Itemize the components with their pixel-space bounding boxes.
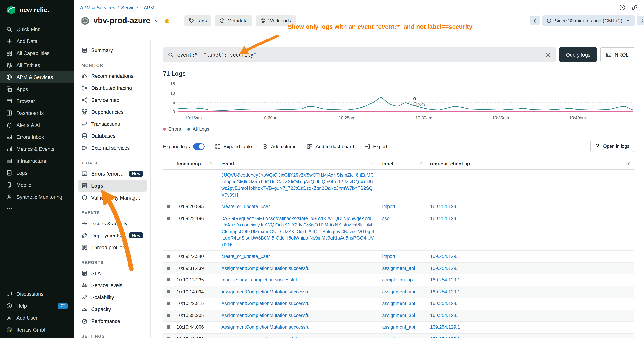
log-label-link[interactable]: import [378, 253, 426, 260]
sidebar-item-alerts-ai[interactable]: Alerts & AI [0, 119, 74, 131]
sidebar-item-iterativ-gmbh[interactable]: Iterativ GmbH [0, 324, 74, 336]
subnav-item-dependencies[interactable]: Dependencies [78, 106, 146, 118]
log-row[interactable]: 10:10:13.235mark_course_completion succe… [163, 274, 634, 286]
log-event-link[interactable]: <ASGIRequest: GET '/sso/callback/?state=… [218, 215, 378, 248]
log-row[interactable]: 10:09:20.895create_or_update_userimport1… [163, 201, 634, 213]
remove-column-icon[interactable] [210, 162, 214, 166]
subnav-item-vulnerability-management[interactable]: Vulnerability Management [78, 192, 146, 204]
log-client-ip-link[interactable]: 169.254.129.1 [426, 324, 634, 331]
add-to-dashboard-button[interactable]: Add to dashboard [307, 144, 354, 149]
log-client-ip-link[interactable]: 169.254.129.1 [426, 265, 634, 272]
row-expander[interactable] [163, 289, 173, 293]
log-label-link[interactable]: completion_api [378, 277, 426, 283]
subnav-item-scalability[interactable]: Scalability [78, 291, 146, 303]
subnav-item-service-levels[interactable]: Service levels [78, 279, 146, 291]
log-client-ip-link[interactable]: 169.254.129.1 [426, 336, 634, 338]
chart-options-dots-icon[interactable] [628, 71, 634, 77]
sidebar-item-apps[interactable]: Apps [0, 83, 74, 95]
subnav-item-issues-activity[interactable]: Issues & activity [78, 217, 146, 229]
sidebar-item-metrics-events[interactable]: Metrics & Events [0, 143, 74, 155]
log-event-link[interactable]: AssignmentCompletionMutation successful [218, 289, 378, 295]
log-event-link[interactable]: AssignmentCompletionMutation successful [218, 324, 378, 331]
subnav-item-sla[interactable]: SLA [78, 267, 146, 279]
subnav-item-capacity[interactable]: Capacity [78, 303, 146, 315]
log-event-link[interactable]: JUQVU&code=eyJraWQiOiJjcGltY29yZV8wOTl1M… [218, 172, 378, 198]
sidebar-item-all-entities[interactable]: All Entities [0, 59, 74, 71]
sidebar-item-mobile[interactable]: Mobile [0, 179, 74, 191]
export-button[interactable]: Export [365, 144, 387, 149]
row-expander[interactable] [163, 204, 173, 208]
time-picker[interactable]: Since 30 minutes ago (GMT+2) [542, 15, 635, 26]
row-expander[interactable] [163, 324, 173, 329]
clear-query-icon[interactable] [545, 52, 551, 58]
log-label-link[interactable]: assignment_api [378, 265, 426, 272]
sidebar-item-dashboards[interactable]: Dashboards [0, 107, 74, 119]
subnav-item-summary[interactable]: Summary [78, 44, 146, 56]
row-expander[interactable] [163, 300, 173, 305]
log-label-link[interactable]: assignment_api [378, 289, 426, 295]
log-row[interactable]: 10:10:49.051mark_course_completion succe… [163, 333, 634, 338]
tags-chip-button[interactable]: Tags [184, 15, 211, 26]
breadcrumb-link-services-apm[interactable]: Services - APM [121, 5, 154, 10]
log-client-ip-link[interactable]: 169.254.129.1 [426, 312, 634, 319]
log-row[interactable]: 10:09:22.540create_or_update_userimport1… [163, 251, 634, 263]
sidebar-item-errors-inbox[interactable]: Errors Inbox [0, 131, 74, 143]
log-event-link[interactable]: create_or_update_user [218, 253, 378, 260]
sidebar-item-help[interactable]: Help70 [0, 300, 74, 312]
log-event-link[interactable]: mark_course_completion successful [218, 336, 378, 338]
sidebar-item-infrastructure[interactable]: Infrastructure [0, 155, 74, 167]
favorite-star-icon[interactable] [163, 17, 170, 24]
row-expander[interactable] [163, 172, 173, 173]
subnav-item-errors-errors-inb[interactable]: Errors (errors inb...New [78, 168, 146, 180]
log-row[interactable]: 10:10:44.066AssignmentCompletionMutation… [163, 321, 634, 333]
log-event-link[interactable]: AssignmentCompletionMutation successful [218, 312, 378, 319]
subnav-item-transactions[interactable]: Transactions [78, 118, 146, 130]
log-row[interactable]: 10:10:14.094AssignmentCompletionMutation… [163, 286, 634, 298]
subnav-item-distributed-tracing[interactable]: Distributed tracing [78, 82, 146, 94]
log-label-link[interactable]: completion_api [378, 336, 426, 338]
subnav-item-external-services[interactable]: External services [78, 142, 146, 154]
log-label-link[interactable]: assignment_api [378, 324, 426, 331]
row-expander[interactable] [163, 336, 173, 338]
remove-column-icon[interactable] [418, 162, 422, 166]
row-expander[interactable] [163, 215, 173, 220]
log-row[interactable]: 10:09:22.196<ASGIRequest: GET '/sso/call… [163, 213, 634, 251]
legend-item-all-logs[interactable]: All Logs [187, 127, 209, 132]
row-expander[interactable] [163, 277, 173, 281]
sidebar-item-browser[interactable]: Browser [0, 95, 74, 107]
log-query-input[interactable]: event:* -"label":"security" [163, 47, 556, 62]
subnav-item-logs[interactable]: Logs [78, 180, 146, 192]
log-label-link[interactable]: sso [378, 215, 426, 222]
log-row[interactable]: 10:10:23.815AssignmentCompletionMutation… [163, 298, 634, 310]
nrql-button[interactable]: NRQL [600, 47, 634, 62]
expand-table-button[interactable]: Expand table [215, 144, 252, 149]
log-event-link[interactable]: AssignmentCompletionMutation successful [218, 265, 378, 272]
open-in-logs-button[interactable]: Open in logs [590, 141, 634, 152]
time-forward-chevron-icon[interactable] [637, 16, 644, 26]
time-back-chevron-icon[interactable] [530, 16, 540, 26]
sidebar-item-logs[interactable]: Logs [0, 167, 74, 179]
subnav-item-performance[interactable]: Performance [78, 315, 146, 327]
log-event-link[interactable]: mark_course_completion successful [218, 277, 378, 283]
subnav-item-databases[interactable]: Databases [78, 130, 146, 142]
row-expander[interactable] [163, 312, 173, 317]
add-column-button[interactable]: Add column [262, 144, 296, 149]
legend-item-errors[interactable]: Errors [163, 127, 181, 132]
help-circle-icon[interactable] [619, 4, 626, 11]
log-event-link[interactable]: create_or_update_user [218, 204, 378, 210]
subnav-item-recommendations[interactable]: Recommendations [78, 70, 146, 82]
subnav-item-thread-profiler[interactable]: Thread profiler [78, 241, 146, 253]
log-event-link[interactable]: AssignmentCompletionMutation successful [218, 300, 378, 307]
permalink-icon[interactable] [631, 4, 638, 11]
row-expander[interactable] [163, 253, 173, 258]
sidebar-item-add-data[interactable]: Add Data [0, 35, 74, 47]
subnav-item-deployments[interactable]: DeploymentsNew [78, 229, 146, 241]
log-row[interactable]: JUQVU&code=eyJraWQiOiJjcGltY29yZV8wOTl1M… [163, 170, 634, 201]
log-row[interactable]: 10:09:31.439AssignmentCompletionMutation… [163, 263, 634, 274]
expand-logs-toggle[interactable] [193, 143, 204, 150]
log-client-ip-link[interactable]: 169.254.129.1 [426, 253, 634, 260]
sidebar-item-apm-services[interactable]: APM & Services [0, 71, 74, 83]
log-client-ip-link[interactable]: 169.254.129.1 [426, 300, 634, 307]
entity-dropdown-chevron-icon[interactable] [154, 18, 159, 23]
log-label-link[interactable]: assignment_api [378, 312, 426, 319]
